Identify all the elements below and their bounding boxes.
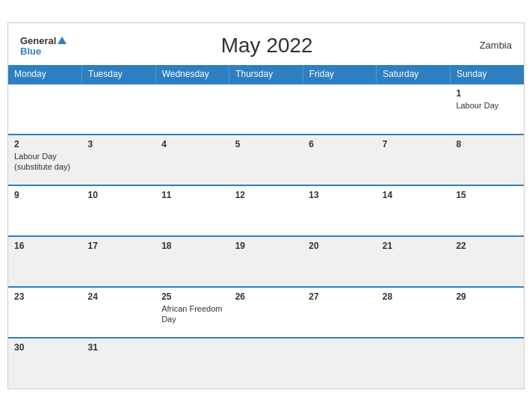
calendar-cell: 1Labour Day — [450, 84, 524, 135]
day-number: 2 — [14, 139, 76, 149]
calendar-cell: 28 — [377, 287, 451, 338]
calendar-header: General Blue May 2022 Zambia — [8, 23, 524, 65]
day-number: 12 — [235, 190, 297, 200]
day-number: 31 — [88, 342, 150, 353]
calendar-cell: 13 — [303, 185, 377, 236]
calendar-cell — [229, 338, 303, 389]
calendar-cell: 24 — [82, 287, 156, 338]
day-number: 20 — [309, 241, 371, 251]
calendar-container: General Blue May 2022 Zambia MondayTuesd… — [7, 22, 525, 389]
calendar-cell: 9 — [8, 185, 82, 236]
calendar-cell: 7 — [377, 135, 451, 185]
calendar-cell: 20 — [303, 236, 377, 287]
weekday-header-row: MondayTuesdayWednesdayThursdayFridaySatu… — [8, 65, 524, 84]
calendar-cell: 22 — [450, 236, 524, 287]
calendar-cell: 10 — [82, 185, 156, 236]
day-number: 3 — [88, 139, 150, 149]
calendar-cell — [82, 84, 156, 135]
calendar-cell: 27 — [303, 287, 377, 338]
logo-triangle-icon — [58, 37, 66, 44]
day-number: 11 — [161, 190, 223, 200]
day-number: 9 — [14, 190, 76, 200]
day-number: 22 — [456, 241, 518, 251]
calendar-cell: 15 — [450, 185, 524, 236]
calendar-cell: 14 — [377, 185, 451, 236]
calendar-week-row: 3031 — [8, 338, 524, 389]
calendar-cell: 5 — [229, 135, 303, 185]
day-number: 6 — [309, 139, 371, 149]
day-number: 26 — [235, 291, 297, 302]
calendar-cell: 17 — [82, 236, 156, 287]
calendar-cell: 21 — [377, 236, 451, 287]
day-number: 27 — [309, 291, 371, 302]
calendar-cell — [303, 338, 377, 389]
day-number: 21 — [383, 241, 445, 251]
calendar-body: 1Labour Day2Labour Day (substitute day)3… — [8, 84, 524, 389]
day-number: 19 — [235, 241, 297, 251]
calendar-cell: 11 — [155, 185, 229, 236]
day-number: 29 — [456, 291, 518, 302]
logo-general: General — [20, 35, 56, 46]
calendar-cell — [450, 338, 524, 389]
calendar-cell — [377, 338, 451, 389]
holiday-name: Labour Day (substitute day) — [14, 151, 76, 173]
day-number: 13 — [309, 190, 371, 200]
calendar-week-row: 1Labour Day — [8, 84, 524, 135]
weekday-header-tuesday: Tuesday — [82, 65, 156, 84]
day-number: 14 — [383, 190, 445, 200]
holiday-name: African Freedom Day — [161, 303, 223, 325]
day-number: 18 — [161, 241, 223, 251]
day-number: 17 — [88, 241, 150, 251]
weekday-header-sunday: Sunday — [450, 65, 524, 84]
day-number: 23 — [14, 291, 76, 302]
weekday-header-thursday: Thursday — [229, 65, 303, 84]
holiday-name: Labour Day — [456, 100, 518, 111]
calendar-cell: 30 — [8, 338, 82, 389]
calendar-cell — [377, 84, 451, 135]
calendar-cell — [155, 338, 229, 389]
weekday-header-friday: Friday — [303, 65, 377, 84]
day-number: 8 — [456, 139, 518, 149]
calendar-cell: 8 — [450, 135, 524, 185]
day-number: 16 — [14, 241, 76, 251]
weekday-header-wednesday: Wednesday — [155, 65, 229, 84]
calendar-cell: 3 — [82, 135, 156, 185]
calendar-cell: 23 — [8, 287, 82, 338]
calendar-cell: 26 — [229, 287, 303, 338]
calendar-cell: 18 — [155, 236, 229, 287]
calendar-cell: 4 — [155, 135, 229, 185]
calendar-grid: MondayTuesdayWednesdayThursdayFridaySatu… — [8, 65, 524, 389]
day-number: 5 — [235, 139, 297, 149]
calendar-cell — [8, 84, 82, 135]
calendar-cell: 2Labour Day (substitute day) — [8, 135, 82, 185]
day-number: 1 — [456, 88, 518, 99]
logo: General Blue — [20, 34, 66, 58]
weekday-header-saturday: Saturday — [377, 65, 451, 84]
day-number: 4 — [161, 139, 223, 149]
calendar-cell: 25African Freedom Day — [155, 287, 229, 338]
day-number: 15 — [456, 190, 518, 200]
calendar-title: May 2022 — [66, 34, 467, 58]
calendar-cell: 6 — [303, 135, 377, 185]
calendar-week-row: 9101112131415 — [8, 185, 524, 236]
calendar-week-row: 2Labour Day (substitute day)345678 — [8, 135, 524, 185]
calendar-header-row: MondayTuesdayWednesdayThursdayFridaySatu… — [8, 65, 524, 84]
calendar-cell — [229, 84, 303, 135]
calendar-cell: 29 — [450, 287, 524, 338]
day-number: 25 — [161, 291, 223, 302]
day-number: 10 — [88, 190, 150, 200]
calendar-cell — [303, 84, 377, 135]
weekday-header-monday: Monday — [8, 65, 82, 84]
calendar-week-row: 16171819202122 — [8, 236, 524, 287]
day-number: 7 — [383, 139, 445, 149]
day-number: 30 — [14, 342, 76, 353]
calendar-cell: 19 — [229, 236, 303, 287]
calendar-cell — [155, 84, 229, 135]
day-number: 28 — [383, 291, 445, 302]
calendar-cell: 12 — [229, 185, 303, 236]
calendar-week-row: 232425African Freedom Day26272829 — [8, 287, 524, 338]
day-number: 24 — [88, 291, 150, 302]
calendar-cell: 16 — [8, 236, 82, 287]
country-name: Zambia — [467, 40, 512, 51]
logo-blue: Blue — [20, 46, 66, 57]
